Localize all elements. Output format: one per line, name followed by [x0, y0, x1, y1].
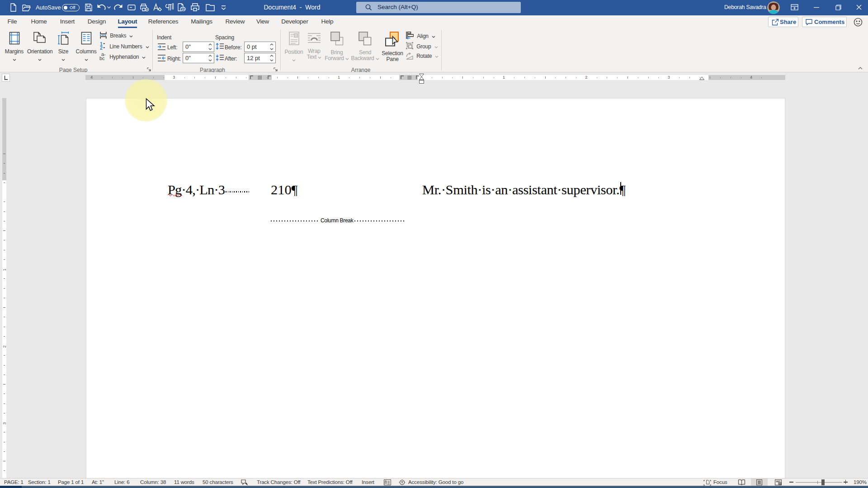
svg-text:bc: bc	[99, 56, 105, 61]
svg-text:2: 2	[100, 45, 103, 50]
